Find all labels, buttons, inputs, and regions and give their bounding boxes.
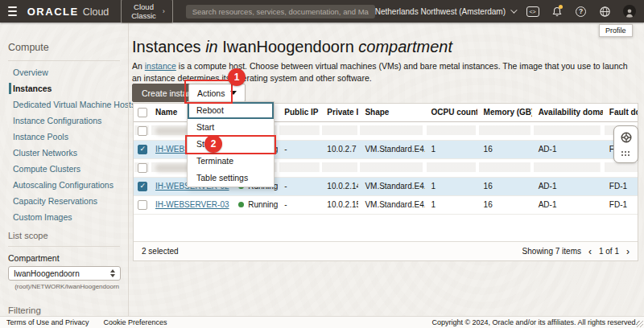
cell-private-ip bbox=[320, 158, 358, 177]
chevron-right-icon: › bbox=[163, 7, 165, 15]
menu-item-stop[interactable]: Stop bbox=[188, 136, 274, 153]
cell-state: Running bbox=[232, 195, 278, 214]
oci-console-screen: ORACLE Cloud Cloud Classic › Netherlands… bbox=[0, 0, 644, 328]
cloud-classic-button[interactable]: Cloud Classic › bbox=[121, 0, 172, 23]
page-prev-icon[interactable]: ‹ bbox=[588, 247, 592, 256]
developer-tools-icon[interactable] bbox=[526, 5, 539, 18]
table-row: IH-WEBSERVER-03Running-10.0.2.150VM.Stan… bbox=[134, 195, 638, 214]
resize-grip-icon bbox=[637, 321, 643, 327]
cell-public-ip bbox=[278, 121, 320, 140]
top-bar: ORACLE Cloud Cloud Classic › Netherlands… bbox=[0, 0, 644, 23]
profile-avatar[interactable] bbox=[622, 5, 636, 18]
cell-shape bbox=[358, 121, 424, 140]
page-title: Instances in IwanHoogendoorn compartment bbox=[132, 38, 452, 56]
hamburger-menu-icon[interactable] bbox=[8, 6, 17, 16]
cell-memory: 16 bbox=[477, 177, 532, 195]
sidebar-item-overview[interactable]: Overview bbox=[0, 64, 128, 80]
cell-availability-domain: AD-1 bbox=[532, 140, 603, 158]
language-globe-icon[interactable] bbox=[598, 5, 612, 18]
column-header-fault-domain[interactable]: Fault domain bbox=[603, 104, 638, 121]
sidebar-title: Compute bbox=[8, 42, 128, 53]
divider bbox=[8, 246, 120, 247]
cell-shape: VM.Standard.E4.Flex bbox=[358, 140, 424, 158]
profile-tooltip: Profile bbox=[599, 24, 633, 37]
showing-items: Showing 7 items bbox=[522, 247, 581, 256]
cell-public-ip: - bbox=[278, 195, 320, 214]
brand-cloud: Cloud bbox=[83, 6, 109, 18]
chevron-down-icon bbox=[510, 6, 517, 13]
sidebar-item-instance-configurations[interactable]: Instance Configurations bbox=[0, 113, 128, 129]
column-header-private-ip[interactable]: Private IP bbox=[320, 104, 358, 121]
caret-down-icon bbox=[230, 91, 237, 95]
cell-shape: VM.Standard.E4.Flex bbox=[358, 177, 424, 195]
column-header-ocpu-count[interactable]: OCPU count bbox=[425, 104, 477, 121]
top-bar-right: Netherlands Northwest (Amsterdam) bbox=[375, 5, 636, 18]
row-checkbox[interactable] bbox=[138, 163, 147, 173]
oracle-cloud-logo[interactable]: ORACLE Cloud bbox=[27, 6, 109, 18]
cell-name: IH-WEBSERVER-03 bbox=[149, 195, 232, 214]
page-indicator: 1 of 1 bbox=[599, 247, 619, 256]
instance-link[interactable]: instance bbox=[145, 61, 176, 71]
updown-chevrons-icon bbox=[110, 269, 115, 277]
row-checkbox[interactable] bbox=[138, 200, 147, 210]
column-header-shape[interactable]: Shape bbox=[358, 104, 424, 121]
cell-ocpu: 1 bbox=[425, 177, 477, 195]
cell-availability-domain: AD-1 bbox=[532, 195, 603, 214]
select-all-checkbox[interactable] bbox=[138, 108, 147, 117]
compartment-select[interactable]: IwanHoogendoorn bbox=[8, 266, 121, 281]
region-selector[interactable]: Netherlands Northwest (Amsterdam) bbox=[375, 7, 515, 16]
cell-ocpu: 1 bbox=[425, 195, 477, 214]
instance-name-link[interactable]: IH-WEBSERVER-03 bbox=[155, 200, 229, 209]
cell-shape: VM.Standard.E4.Flex bbox=[358, 195, 424, 214]
table-footer: 2 selected Showing 7 items ‹ 1 of 1 › bbox=[134, 241, 638, 260]
sidebar-item-autoscaling-configurations[interactable]: Autoscaling Configurations bbox=[0, 177, 128, 193]
sidebar-item-cluster-networks[interactable]: Cluster Networks bbox=[0, 145, 128, 161]
cell-ocpu: 1 bbox=[425, 140, 477, 158]
actions-menu: RebootStartStopTerminateTable settings bbox=[187, 101, 275, 187]
column-header-memory-gb[interactable]: Memory (GB) bbox=[477, 104, 532, 121]
row-checkbox[interactable] bbox=[138, 126, 147, 136]
search-input[interactable] bbox=[192, 7, 369, 16]
region-label: Netherlands Northwest (Amsterdam) bbox=[375, 7, 506, 16]
row-checkbox[interactable] bbox=[138, 182, 147, 191]
cell-private-ip: 10.0.2.150 bbox=[320, 195, 358, 214]
footer-link-cookie-preferences[interactable]: Cookie Preferences bbox=[104, 318, 167, 326]
cell-memory: 16 bbox=[477, 140, 532, 158]
cell-ocpu bbox=[425, 121, 477, 140]
sidebar-item-compute-clusters[interactable]: Compute Clusters bbox=[0, 161, 128, 177]
compartment-path: (root)/NETWORK/IwanHoogendoorn bbox=[2, 283, 119, 291]
floating-widget bbox=[613, 125, 638, 163]
footer-link-terms-of-use-and-privacy[interactable]: Terms of Use and Privacy bbox=[6, 318, 89, 326]
help-icon[interactable] bbox=[574, 5, 588, 18]
global-search[interactable] bbox=[186, 5, 375, 18]
sidebar-divider bbox=[128, 23, 129, 316]
cell-memory bbox=[477, 121, 532, 140]
sidebar-item-instances[interactable]: Instances bbox=[0, 80, 128, 96]
menu-item-reboot[interactable]: Reboot bbox=[188, 102, 274, 119]
brand-oracle: ORACLE bbox=[27, 6, 79, 18]
sidebar-item-capacity-reservations[interactable]: Capacity Reservations bbox=[0, 193, 128, 209]
column-header-public-ip[interactable]: Public IP bbox=[278, 104, 320, 121]
page-footer: Terms of Use and PrivacyCookie Preferenc… bbox=[0, 316, 644, 328]
menu-item-terminate[interactable]: Terminate bbox=[188, 153, 274, 170]
actions-button[interactable]: Actions bbox=[188, 84, 246, 102]
cell-private-ip: 10.0.2.140 bbox=[320, 177, 358, 195]
page-next-icon[interactable]: › bbox=[626, 247, 630, 256]
row-checkbox[interactable] bbox=[138, 145, 147, 154]
cell-shape bbox=[358, 158, 424, 177]
cell-private-ip bbox=[320, 121, 358, 140]
menu-item-table-settings[interactable]: Table settings bbox=[188, 170, 274, 187]
apps-grid-icon[interactable] bbox=[621, 151, 631, 158]
cell-ocpu bbox=[425, 158, 477, 177]
notifications-bell-icon[interactable] bbox=[550, 5, 564, 18]
sidebar-item-custom-images[interactable]: Custom Images bbox=[0, 209, 128, 225]
menu-item-start[interactable]: Start bbox=[188, 119, 274, 136]
copyright-text: Copyright © 2024, Oracle and/or its affi… bbox=[431, 318, 638, 326]
support-lifebuoy-icon[interactable] bbox=[620, 131, 633, 147]
sidebar-item-dedicated-virtual-machine-hosts[interactable]: Dedicated Virtual Machine Hosts bbox=[0, 96, 128, 113]
sidebar-item-instance-pools[interactable]: Instance Pools bbox=[0, 129, 128, 145]
column-header-availability-domain[interactable]: Availability domain bbox=[532, 104, 603, 121]
cell-public-ip bbox=[278, 158, 320, 177]
cell-availability-domain bbox=[532, 121, 603, 140]
sidebar: Compute OverviewInstancesDedicated Virtu… bbox=[0, 23, 128, 317]
